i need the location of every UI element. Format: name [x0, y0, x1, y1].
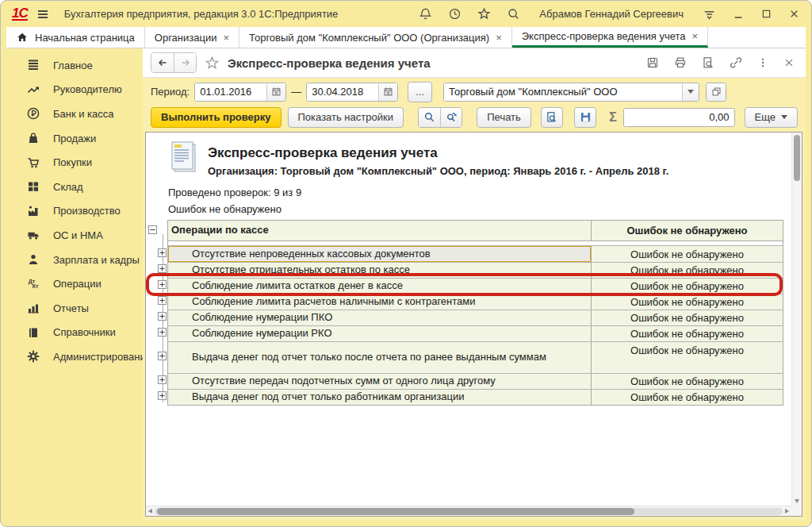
- sidebar-item-warehouse[interactable]: Склад: [6, 175, 143, 199]
- table-row[interactable]: Отсутствие непроведенных кассовых докуме…: [168, 246, 783, 262]
- tab-express-check[interactable]: Экспресс-проверка ведения учета ×: [512, 27, 708, 48]
- service-menu-icon[interactable]: [703, 7, 716, 21]
- tab-close-icon[interactable]: ×: [496, 33, 502, 43]
- group-name[interactable]: Операции по кассе: [168, 221, 592, 240]
- open-organization-button[interactable]: [706, 83, 726, 102]
- sum-input[interactable]: [624, 109, 734, 126]
- calendar-icon[interactable]: [378, 83, 397, 101]
- scroll-down-arrow-icon[interactable]: [795, 499, 799, 503]
- check-name-cell[interactable]: Выдача денег под отчет только работникам…: [168, 390, 592, 405]
- expand-row-icon[interactable]: [158, 328, 167, 337]
- check-status-cell[interactable]: Ошибок не обнаружено: [592, 390, 783, 405]
- check-name-cell[interactable]: Соблюдение лимита расчетов наличными с к…: [168, 294, 592, 310]
- preview-button[interactable]: [541, 107, 563, 128]
- table-group-header[interactable]: Операции по кассе Ошибок не обнаружено: [168, 221, 783, 241]
- print-button[interactable]: Печать: [477, 107, 531, 128]
- favorite-star-icon[interactable]: [205, 56, 220, 71]
- vertical-scrollbar[interactable]: [791, 133, 802, 506]
- sidebar-item-bank-cash[interactable]: Банк и касса: [6, 102, 143, 126]
- horizontal-scroll-track[interactable]: [155, 508, 783, 515]
- check-name-cell[interactable]: Соблюдение лимита остатков денег в кассе: [168, 279, 592, 294]
- date-from-input[interactable]: [195, 83, 266, 101]
- sidebar-item-main[interactable]: Главное: [6, 53, 143, 78]
- check-name-cell[interactable]: Выдача денег под отчет только после отче…: [168, 342, 592, 373]
- print-icon[interactable]: [674, 56, 687, 69]
- check-name-cell[interactable]: Соблюдение нумерации ПКО: [168, 310, 592, 325]
- table-row[interactable]: Соблюдение лимита расчетов наличными с к…: [168, 294, 783, 310]
- search-icon[interactable]: [507, 7, 520, 21]
- check-status-cell[interactable]: Ошибок не обнаружено: [592, 279, 783, 294]
- organization-input[interactable]: [444, 83, 682, 101]
- group-status[interactable]: Ошибок не обнаружено: [592, 221, 783, 240]
- check-name-cell[interactable]: Отсутствие отрицательных остатков по кас…: [168, 263, 592, 278]
- table-row[interactable]: Отсутствие отрицательных остатков по кас…: [168, 262, 783, 278]
- sidebar-item-production[interactable]: Производство: [6, 199, 143, 224]
- expand-row-icon[interactable]: [158, 296, 167, 305]
- sidebar-item-salary-hr[interactable]: Зарплата и кадры: [6, 248, 143, 272]
- horizontal-scrollbar[interactable]: [146, 506, 791, 516]
- expand-row-icon[interactable]: [158, 248, 167, 257]
- find-icon[interactable]: [419, 108, 440, 127]
- check-status-cell[interactable]: Ошибок не обнаружено: [592, 374, 783, 389]
- check-status-cell[interactable]: Ошибок не обнаружено: [592, 294, 783, 310]
- check-status-cell[interactable]: Ошибок не обнаружено: [592, 246, 783, 262]
- get-link-icon[interactable]: [730, 56, 742, 69]
- check-name-cell[interactable]: Отсутствие передач подотчетных сумм от о…: [168, 374, 592, 389]
- more-button[interactable]: Еще: [745, 107, 798, 128]
- table-row[interactable]: Соблюдение нумерации РКО Ошибок не обнар…: [168, 325, 783, 341]
- check-status-cell[interactable]: Ошибок не обнаружено: [592, 310, 783, 325]
- dropdown-caret-icon[interactable]: [682, 83, 699, 101]
- hamburger-menu-icon[interactable]: [36, 7, 50, 21]
- collapse-group-icon[interactable]: [148, 225, 157, 234]
- expand-row-icon[interactable]: [158, 391, 167, 400]
- table-row[interactable]: Выдача денег под отчет только работникам…: [168, 389, 783, 405]
- sidebar-item-administration[interactable]: Администрирование: [6, 344, 143, 369]
- show-settings-button[interactable]: Показать настройки: [288, 107, 404, 128]
- current-user-name[interactable]: Абрамов Геннадий Сергеевич: [539, 8, 684, 20]
- sidebar-item-operations[interactable]: ДтКт Операции: [6, 271, 143, 296]
- scroll-right-arrow-icon[interactable]: [785, 509, 789, 514]
- sidebar-item-sales[interactable]: Продажи: [6, 126, 143, 151]
- period-picker-button[interactable]: ...: [408, 82, 432, 102]
- tab-home[interactable]: Начальная страница: [6, 27, 145, 48]
- print-preview-icon[interactable]: [702, 56, 714, 69]
- check-status-cell[interactable]: Ошибок не обнаружено: [592, 342, 783, 373]
- tab-organization-card[interactable]: Торговый дом "Комплексный" ООО (Организа…: [239, 27, 512, 48]
- expand-row-icon[interactable]: [158, 352, 167, 360]
- table-row[interactable]: Соблюдение лимита остатков денег в кассе…: [168, 278, 783, 294]
- sidebar-item-directories[interactable]: Справочники: [6, 321, 143, 345]
- table-row[interactable]: Выдача денег под отчет только после отче…: [168, 341, 783, 373]
- sidebar-item-reports[interactable]: Отчеты: [6, 296, 143, 321]
- expand-row-icon[interactable]: [158, 312, 167, 321]
- sidebar-item-manager[interactable]: Руководителю: [6, 78, 143, 102]
- save-result-button[interactable]: [574, 107, 596, 128]
- expand-row-icon[interactable]: [158, 264, 167, 273]
- back-button[interactable]: [151, 53, 174, 72]
- maximize-icon[interactable]: [760, 8, 772, 20]
- scroll-left-arrow-icon[interactable]: [148, 509, 152, 514]
- close-report-icon[interactable]: [783, 57, 795, 68]
- sidebar-item-fixed-assets[interactable]: ОС и НМА: [6, 223, 143, 248]
- table-row[interactable]: Отсутствие передач подотчетных сумм от о…: [168, 373, 783, 389]
- favorites-star-icon[interactable]: [477, 7, 491, 21]
- repeat-find-icon[interactable]: [440, 108, 462, 127]
- close-window-icon[interactable]: [788, 8, 800, 20]
- sidebar-item-purchases[interactable]: Покупки: [6, 150, 143, 175]
- history-icon[interactable]: [448, 7, 462, 21]
- forward-button[interactable]: [174, 53, 196, 72]
- calendar-icon[interactable]: [266, 83, 285, 101]
- tab-close-icon[interactable]: ×: [223, 33, 229, 43]
- table-row[interactable]: Соблюдение нумерации ПКО Ошибок не обнар…: [168, 310, 783, 325]
- tab-close-icon[interactable]: ×: [692, 31, 699, 41]
- notifications-bell-icon[interactable]: [419, 7, 432, 21]
- check-status-cell[interactable]: Ошибок не обнаружено: [592, 326, 783, 341]
- expand-row-icon[interactable]: [158, 375, 167, 384]
- check-name-cell[interactable]: Соблюдение нумерации РКО: [168, 326, 592, 341]
- check-name-cell[interactable]: Отсутствие непроведенных кассовых докуме…: [168, 246, 592, 262]
- vertical-scroll-thumb[interactable]: [794, 135, 800, 181]
- more-menu-kebab-icon[interactable]: [757, 56, 768, 69]
- date-to-input[interactable]: [307, 83, 378, 101]
- save-icon[interactable]: [646, 56, 659, 69]
- minimize-icon[interactable]: [732, 8, 745, 21]
- expand-row-icon[interactable]: [158, 280, 167, 289]
